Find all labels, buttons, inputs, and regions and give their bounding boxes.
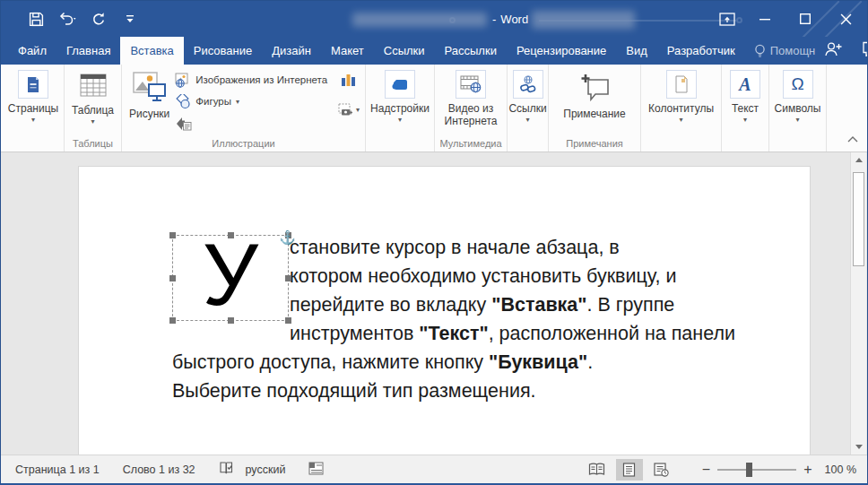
tab-8[interactable]: Рецензирование (507, 37, 616, 65)
dropdown-arrow-icon: ▾ (743, 117, 747, 123)
zoom-slider-thumb[interactable] (746, 463, 752, 477)
tab-9[interactable]: Вид (616, 37, 657, 65)
group-label-tables: Таблицы (65, 138, 121, 149)
dropdown-arrow-icon: ▾ (525, 117, 529, 123)
proofing-book-icon (219, 461, 233, 475)
redo-button[interactable] (87, 7, 110, 30)
scroll-down-button[interactable] (851, 439, 867, 455)
pictures-icon (133, 72, 167, 102)
online-pictures-icon (175, 73, 191, 88)
chevron-up-icon (847, 135, 858, 143)
resize-handle[interactable] (169, 317, 176, 324)
triangle-up-icon (855, 158, 863, 162)
drop-cap-frame[interactable]: У ⚓ (172, 235, 289, 321)
close-button[interactable] (825, 1, 867, 37)
links-button[interactable]: Ссылки ▾ (505, 69, 550, 152)
minimize-button[interactable] (744, 1, 785, 37)
window-controls (710, 1, 867, 37)
zoom-in-button[interactable]: + (803, 463, 812, 476)
pages-button[interactable]: Страницы ▾ (4, 69, 62, 152)
table-label: Таблица (72, 104, 114, 117)
shapes-button[interactable]: Фигуры ▾ (175, 92, 331, 110)
smartart-button[interactable] (175, 114, 331, 132)
web-layout-button[interactable] (648, 459, 675, 481)
chart-button[interactable] (341, 73, 356, 91)
proofing-status-button[interactable] (219, 461, 233, 478)
tab-5[interactable]: Макет (321, 37, 374, 65)
table-icon (80, 74, 107, 97)
title-separator: - (492, 13, 496, 26)
addins-label: Надстройки (370, 102, 430, 115)
tab-7[interactable]: Рассылки (435, 37, 507, 65)
ribbon-tab-row: ФайлГлавнаяВставкаРисованиеДизайнМакетСс… (1, 37, 867, 65)
resize-handle[interactable] (285, 275, 291, 281)
ribbon-group-comments: Примечание Примечания (549, 65, 641, 152)
ribbon-group-illustrations: Рисунки Изображения из Интернета Фигуры … (122, 65, 366, 152)
header-footer-button[interactable]: Колонтитулы ▾ (645, 69, 717, 152)
read-mode-button[interactable] (584, 459, 611, 481)
zoom-slider[interactable] (717, 469, 796, 471)
comment-bubble-icon (862, 41, 868, 56)
macro-record-button[interactable] (308, 462, 324, 478)
text-icon: A (730, 70, 760, 99)
paragraph[interactable]: У ⚓ становите курсор в начале абзаца, вк… (172, 233, 753, 405)
page-count[interactable]: Страница 1 из 1 (15, 463, 100, 476)
macro-icon (308, 462, 324, 475)
resize-handle[interactable] (228, 317, 234, 324)
resize-handle[interactable] (285, 317, 291, 324)
document-page[interactable]: У ⚓ становите курсор в начале абзаца, вк… (78, 166, 811, 455)
online-pictures-label: Изображения из Интернета (195, 74, 327, 85)
symbols-button[interactable]: Ω Символы ▾ (771, 69, 825, 152)
read-mode-icon (588, 463, 605, 476)
ribbon-group-text: A Текст ▾ (722, 65, 769, 152)
tab-2[interactable]: Вставка (120, 37, 183, 65)
zoom-level[interactable]: 100 % (825, 463, 856, 476)
omega-icon: Ω (783, 70, 813, 99)
drop-cap-letter: У (173, 229, 288, 320)
text-button[interactable]: A Текст ▾ (726, 69, 764, 152)
customize-qat-button[interactable] (118, 7, 142, 30)
scroll-up-button[interactable] (851, 152, 867, 168)
dropdown-arrow-icon: ▾ (31, 117, 35, 123)
undo-button[interactable] (56, 7, 79, 30)
paragraph-line: Выберите подходящий тип размещения. (172, 377, 753, 405)
tab-4[interactable]: Дизайн (262, 37, 321, 65)
tab-6[interactable]: Ссылки (374, 37, 435, 65)
quick-access-toolbar (24, 1, 142, 37)
links-icon (519, 75, 537, 93)
vertical-scrollbar[interactable] (850, 152, 866, 455)
ribbon-display-options-button[interactable] (710, 1, 744, 37)
tell-me-assistant[interactable]: Помощн (745, 37, 825, 65)
tab-file[interactable]: Файл (8, 37, 56, 65)
resize-handle[interactable] (228, 232, 234, 238)
app-name: Word (500, 13, 528, 26)
tab-10[interactable]: Разработчик (657, 37, 745, 65)
scrollbar-thumb[interactable] (853, 172, 864, 266)
screenshot-button[interactable]: ▾ (338, 103, 360, 117)
comment-plus-icon (579, 73, 610, 101)
resize-handle[interactable] (169, 232, 176, 238)
paragraph-line: инструментов "Текст", расположенной на п… (172, 319, 753, 348)
comments-panel-button[interactable] (862, 41, 868, 60)
maximize-button[interactable] (785, 1, 825, 37)
online-video-icon (460, 75, 482, 93)
tab-1[interactable]: Главная (56, 37, 120, 65)
share-button[interactable] (824, 41, 842, 60)
zoom-out-button[interactable]: − (702, 463, 710, 476)
word-count[interactable]: Слово 1 из 32 (123, 463, 195, 476)
smartart-icon (175, 116, 192, 131)
language-status[interactable]: русский (246, 463, 286, 476)
status-bar: Страница 1 из 1 Слово 1 из 32 русский − (1, 455, 867, 483)
ribbon: Страницы ▾ Таблица ▾ Таблицы (1, 65, 867, 152)
print-layout-button[interactable] (616, 459, 643, 481)
group-label-media: Мультимедиа (435, 138, 507, 149)
addins-button[interactable]: Надстройки ▾ (367, 69, 433, 152)
word-window: - Word ФайлГлавнаяВставкаРисованиеДизайн… (0, 0, 868, 485)
resize-handle[interactable] (169, 275, 176, 281)
collapse-ribbon-button[interactable] (847, 130, 858, 146)
tab-3[interactable]: Рисование (184, 37, 262, 65)
save-button[interactable] (24, 7, 48, 30)
shapes-label: Фигуры (195, 96, 231, 107)
print-layout-icon (622, 463, 636, 477)
online-pictures-button[interactable]: Изображения из Интернета (175, 71, 331, 89)
